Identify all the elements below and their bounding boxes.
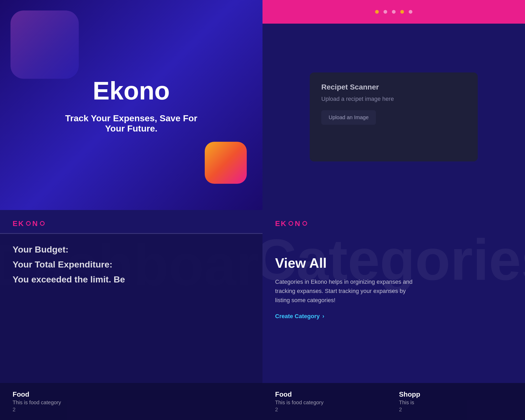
categories-bottom-bar: Food This is food category 2 Shopp This … — [262, 383, 525, 420]
top-bar — [262, 0, 525, 24]
blob-decoration-large — [10, 10, 79, 79]
logo-circle-q4b — [302, 221, 307, 226]
view-all-heading: View All — [275, 255, 512, 271]
app-tagline: Track Your Expenses, Save For Your Futur… — [63, 113, 200, 134]
warning-label: You exceeded the limit. Be — [13, 274, 250, 285]
scanner-subtitle: Upload a recipet image here — [321, 96, 466, 102]
cat-food-name: Food — [275, 390, 388, 398]
category-food-name: Food — [13, 390, 61, 398]
scanner-empty-space — [321, 125, 466, 151]
dot-1 — [375, 10, 379, 14]
dot-3 — [392, 10, 396, 14]
budget-label: Your Budget: — [13, 244, 250, 255]
ekono-logo-q4: EK N — [275, 219, 308, 228]
dashboard-section: EK N Dashboard Your Budget: Your Total E… — [0, 210, 262, 420]
dot-2 — [384, 10, 387, 14]
categories-header: EK N — [275, 219, 512, 228]
chevron-right-icon: › — [322, 313, 324, 320]
blob-decoration-small — [205, 142, 247, 184]
logo-circle-q3 — [26, 221, 31, 226]
receipt-scanner-section: Recipet Scanner Upload a recipet image h… — [262, 0, 525, 210]
dashboard-header: EK N — [0, 210, 262, 233]
dashboard-bottom-bar: Food This is food category 2 — [0, 383, 262, 420]
upload-button[interactable]: Upload an Image — [321, 110, 376, 125]
cat-food-item: Food This is food category 2 — [275, 390, 388, 413]
dot-5 — [409, 10, 412, 14]
budget-section: Your Budget: Your Total Expenditure: You… — [0, 234, 262, 383]
category-food-row: Food This is food category 2 — [13, 390, 250, 413]
categories-section: EK N Categories View All Categories in E… — [262, 210, 525, 420]
cat-shopping-name: Shopp — [399, 390, 512, 398]
cat-shopping-desc: This is — [399, 400, 512, 406]
cat-shopping-item: Shopp This is 2 — [399, 390, 512, 413]
logo-circle-q3b — [40, 221, 45, 226]
logo-circle-q4 — [288, 221, 293, 226]
category-food-info: Food This is food category 2 — [13, 390, 61, 413]
category-food-desc: This is food category — [13, 400, 61, 406]
create-category-link[interactable]: Create Category › — [275, 313, 512, 320]
dot-4 — [400, 10, 404, 14]
categories-description: Categories in Ekono helps in orginizing … — [275, 277, 422, 305]
create-category-label: Create Category — [275, 313, 320, 320]
logo-text-q4b: N — [295, 219, 301, 228]
logo-text-q3b: N — [32, 219, 38, 228]
cat-food-count: 2 — [275, 407, 388, 413]
hero-section: Ekono Track Your Expenses, Save For Your… — [0, 0, 262, 210]
scanner-card: Recipet Scanner Upload a recipet image h… — [310, 72, 478, 161]
ekono-logo-q3: EK N — [13, 219, 45, 228]
app-name: Ekono — [93, 76, 170, 105]
cat-shopping-count: 2 — [399, 407, 512, 413]
cat-food-desc: This is food category — [275, 400, 388, 406]
logo-text-q3: EK — [13, 219, 24, 228]
scanner-title: Recipet Scanner — [321, 83, 466, 91]
category-food-count: 2 — [13, 407, 61, 413]
expenditure-label: Your Total Expenditure: — [13, 259, 250, 270]
scanner-body: Recipet Scanner Upload a recipet image h… — [262, 24, 525, 210]
logo-text-q4: EK — [275, 219, 287, 228]
